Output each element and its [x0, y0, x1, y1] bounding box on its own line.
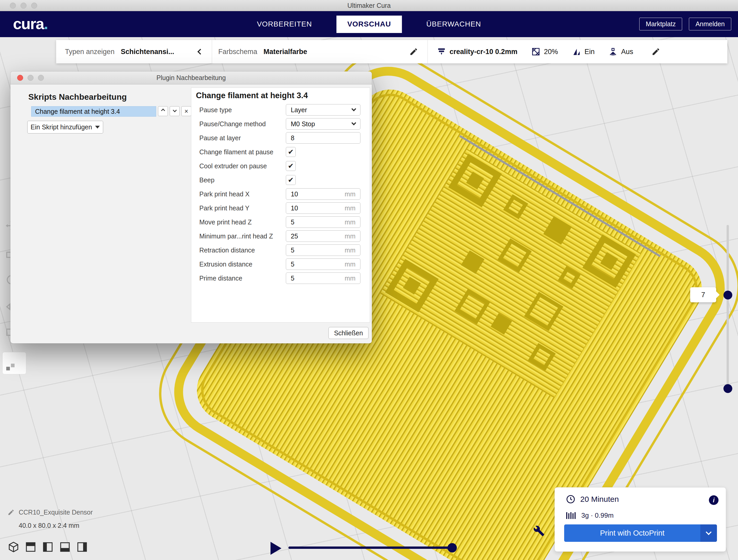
remove-script-button[interactable]: × — [181, 106, 191, 116]
chevron-down-icon — [351, 106, 356, 111]
field-label: Minimum par...rint head Z — [199, 232, 273, 240]
qr-finder-pattern — [582, 234, 636, 288]
app-header: cura. VORBEREITEN VORSCHAU ÜBERWACHEN Ma… — [0, 11, 738, 37]
signin-button[interactable]: Anmelden — [689, 18, 731, 30]
adhesion-group: Aus — [609, 47, 633, 56]
adhesion-icon — [609, 47, 618, 56]
pause-type-select[interactable]: Layer — [286, 104, 360, 116]
dialog-close-button[interactable] — [17, 75, 23, 81]
form-row: Extrusion distance5mm — [191, 257, 370, 271]
view-type-selector[interactable]: Typen anzeigen Schichtenansi... — [56, 40, 212, 63]
form-row: Retraction distance5mm — [191, 243, 370, 257]
prime-distance-input[interactable]: 5mm — [286, 272, 360, 284]
move-script-down-button[interactable] — [170, 106, 179, 116]
pause-change-method-select[interactable]: M0 Stop — [286, 118, 360, 130]
model-info: CCR10_Exquisite Densor 40.0 x 80.0 x 2.4… — [8, 509, 93, 529]
cool-extruder-on-pause-checkbox[interactable]: ✔ — [286, 161, 296, 171]
dialog-titlebar: Plugin Nachbearbeitung — [10, 71, 372, 84]
qr-block — [454, 289, 490, 324]
minimum-par-rint-head-z-input[interactable]: 25mm — [286, 230, 360, 242]
layer-slider-upper-handle[interactable] — [723, 291, 732, 300]
edit-pencil-icon[interactable] — [652, 47, 660, 56]
path-slider-track[interactable] — [289, 547, 454, 549]
tab-vorbereiten[interactable]: VORBEREITEN — [246, 16, 323, 33]
post-processing-dialog: Plugin Nachbearbeitung Skripts Nachbearb… — [10, 71, 372, 344]
form-row: Change filament at pause✔ — [191, 145, 370, 159]
view-type-label: Typen anzeigen — [65, 48, 114, 56]
edit-pencil-icon[interactable] — [409, 47, 418, 56]
field-label: Beep — [199, 176, 215, 184]
print-button-label: Print with OctoPrint — [564, 524, 700, 542]
rename-pencil-icon[interactable] — [8, 509, 15, 516]
field-label: Park print head X — [199, 190, 250, 198]
color-scheme-value: Materialfarbe — [264, 48, 307, 56]
window-minimize-button[interactable] — [21, 3, 26, 9]
qr-finder-pattern — [448, 154, 502, 207]
unit-label: mm — [345, 246, 355, 254]
move-print-head-z-input[interactable]: 5mm — [286, 216, 360, 228]
play-button[interactable] — [271, 542, 282, 555]
beep-checkbox[interactable]: ✔ — [286, 175, 296, 185]
form-row: Pause typeLayer — [191, 103, 370, 117]
pause-at-layer-input[interactable]: 8 — [286, 132, 360, 144]
print-options-dropdown[interactable] — [700, 524, 717, 542]
color-scheme-selector[interactable]: Farbschema Materialfarbe — [212, 40, 427, 63]
qr-block — [558, 266, 581, 289]
view-front-icon[interactable] — [25, 541, 36, 553]
support-icon — [572, 47, 581, 56]
move-script-up-button[interactable] — [158, 106, 168, 116]
selected-script-item[interactable]: Change filament at height 3.4 — [31, 106, 156, 117]
color-legend-box[interactable] — [2, 352, 26, 374]
unit-label: mm — [345, 218, 355, 226]
form-row: Pause at layer8 — [191, 131, 370, 145]
extrusion-distance-input[interactable]: 5mm — [286, 258, 360, 270]
field-label: Pause at layer — [199, 134, 241, 142]
qr-block — [461, 250, 485, 274]
view-right-icon[interactable] — [76, 541, 88, 553]
info-icon[interactable]: i — [709, 495, 719, 505]
layer-slider-lower-handle[interactable] — [723, 384, 732, 393]
printer-group: creality-cr-10 0.2mm — [437, 47, 517, 56]
park-print-head-y-input[interactable]: 10mm — [286, 202, 360, 214]
layer-number-tooltip: 7 — [690, 287, 716, 302]
dialog-zoom-button[interactable] — [38, 75, 44, 81]
print-with-octoprint-button[interactable]: Print with OctoPrint — [564, 524, 717, 542]
view-3d-icon[interactable] — [8, 541, 19, 553]
change-filament-at-pause-checkbox[interactable]: ✔ — [286, 147, 296, 157]
view-left-icon[interactable] — [59, 541, 71, 553]
window-zoom-button[interactable] — [31, 3, 37, 9]
collapse-chevron-icon[interactable] — [198, 49, 204, 55]
form-row: Cool extruder on pause✔ — [191, 159, 370, 173]
tab-vorschau[interactable]: VORSCHAU — [336, 16, 402, 33]
retraction-distance-input[interactable]: 5mm — [286, 244, 360, 256]
path-slider-handle[interactable] — [447, 543, 457, 552]
macos-titlebar: Ultimaker Cura — [0, 0, 738, 11]
park-print-head-x-input[interactable]: 10mm — [286, 188, 360, 200]
view-top-icon[interactable] — [42, 541, 53, 553]
script-settings-heading: Change filament at height 3.4 — [196, 91, 308, 100]
dialog-minimize-button[interactable] — [28, 75, 33, 81]
adjust-tool-icon[interactable] — [533, 525, 545, 537]
qr-block — [528, 343, 556, 371]
print-job-panel: 20 Minuten i 3g · 0.99m Print with OctoP… — [555, 487, 726, 552]
dialog-close-action-button[interactable]: Schließen — [328, 327, 368, 339]
support-group: Ein — [572, 47, 595, 56]
window-close-button[interactable] — [10, 3, 16, 9]
layer-slider-track[interactable] — [727, 225, 729, 391]
form-row: Move print head Z5mm — [191, 215, 370, 229]
form-row: Park print head X10mm — [191, 187, 370, 201]
field-label: Move print head Z — [199, 218, 252, 226]
material-usage: 3g · 0.99m — [581, 511, 614, 520]
print-settings-summary[interactable]: creality-cr-10 0.2mm 20% Ein Aus — [427, 40, 727, 63]
camera-view-presets — [8, 541, 88, 553]
add-script-button[interactable]: Ein Skript hinzufügen — [27, 121, 103, 133]
marketplace-button[interactable]: Marktplatz — [639, 18, 682, 30]
unit-label: mm — [345, 190, 355, 198]
print-time: 20 Minuten — [580, 495, 619, 504]
dialog-title: Plugin Nachbearbeitung — [156, 74, 226, 82]
tab-ueberwachen[interactable]: ÜBERWACHEN — [415, 16, 492, 33]
clock-icon — [566, 494, 576, 504]
material-usage-icon — [566, 512, 577, 520]
model-dimensions: 40.0 x 80.0 x 2.4 mm — [8, 522, 93, 529]
stage-tabs: VORBEREITEN VORSCHAU ÜBERWACHEN — [246, 11, 492, 37]
